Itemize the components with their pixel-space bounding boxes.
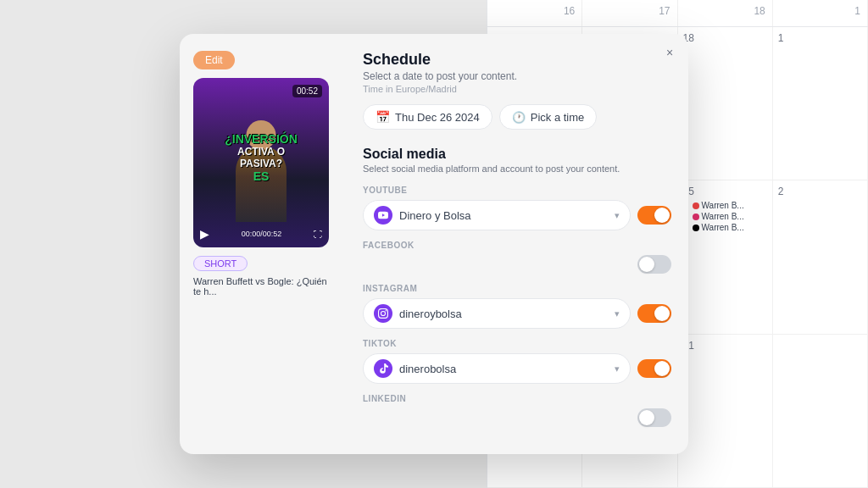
- date-button-label: Thu Dec 26 2024: [395, 111, 480, 124]
- youtube-account-name: Dinero y Bolsa: [399, 209, 608, 222]
- instagram-row: dineroybolsa ▾: [363, 298, 671, 329]
- schedule-subtitle: Select a date to post your content.: [363, 70, 671, 82]
- instagram-account-name: dineroybolsa: [399, 308, 608, 320]
- toggle-knob: [654, 361, 670, 376]
- page-wrapper: 16 17 18 1 16 17 18 1 23 ⠿: [0, 0, 868, 488]
- cal-event: ⠿ Warren B...: [683, 201, 767, 210]
- linkedin-toggle[interactable]: [637, 408, 671, 427]
- tiktok-row: dinerobolsa ▾: [363, 353, 671, 384]
- social-media-subtitle: Select social media platform and account…: [363, 164, 671, 174]
- cal-header-16: 16: [487, 0, 582, 26]
- facebook-toggle[interactable]: [637, 255, 671, 274]
- schedule-title: Schedule: [363, 51, 671, 69]
- platform-section-facebook: FACEBOOK: [363, 241, 671, 274]
- chevron-down-icon: ▾: [615, 363, 620, 374]
- instagram-account-icon: [374, 304, 392, 323]
- cal-event: ⠿ Warren B...: [683, 223, 767, 232]
- short-badge: SHORT: [193, 256, 248, 271]
- close-button[interactable]: ×: [661, 44, 678, 61]
- tiktok-label: TIKTOK: [363, 339, 671, 348]
- expand-icon[interactable]: ⛶: [314, 230, 322, 239]
- event-dot: [693, 225, 699, 231]
- youtube-account-icon: [374, 206, 392, 225]
- youtube-account-select[interactable]: Dinero y Bolsa ▾: [363, 200, 631, 230]
- cal-event: ⠿ Warren B...: [683, 212, 767, 221]
- instagram-account-select[interactable]: dineroybolsa ▾: [363, 298, 631, 329]
- calendar-header: 16 17 18 1: [487, 0, 868, 27]
- youtube-row: Dinero y Bolsa ▾: [363, 200, 671, 230]
- cal-cell-01: 01: [678, 335, 773, 488]
- linkedin-label: LINKEDIN: [363, 394, 671, 403]
- schedule-modal: × Edit 00:52 ¿INVERSIÓN ACTIVA O PASIVA?…: [180, 34, 688, 454]
- tiktok-account-name: dinerobolsa: [399, 363, 608, 375]
- calendar-icon: 📅: [376, 110, 390, 124]
- cal-cell-r1-4: 1: [773, 27, 868, 180]
- toggle-knob: [654, 208, 670, 223]
- left-panel: Edit 00:52 ¿INVERSIÓN ACTIVA O PASIVA? E…: [180, 34, 349, 454]
- chevron-down-icon: ▾: [615, 308, 620, 319]
- video-preview: 00:52 ¿INVERSIÓN ACTIVA O PASIVA? ES ▶ 0…: [193, 78, 329, 247]
- toggle-knob: [639, 410, 654, 425]
- date-time-row: 📅 Thu Dec 26 2024 🕐 Pick a time: [363, 104, 671, 130]
- cal-cell-25: 25 ⠿ Warren B... ⠿ Warren B... ⠿ Warren …: [678, 180, 773, 334]
- platform-section-instagram: INSTAGRAM dineroybolsa ▾: [363, 284, 671, 329]
- video-time-display: 00:00/00:52: [242, 230, 282, 238]
- video-controls: ▶ 00:00/00:52 ⛶: [193, 227, 329, 241]
- cal-cell-empty: [773, 335, 868, 488]
- clock-icon: 🕐: [512, 111, 526, 124]
- platform-section-youtube: YOUTUBE Dinero y Bolsa ▾: [363, 186, 671, 230]
- platform-section-tiktok: TIKTOK dinerobolsa ▾: [363, 339, 671, 384]
- event-dot: [693, 214, 699, 220]
- chevron-down-icon: ▾: [615, 210, 620, 221]
- instagram-label: INSTAGRAM: [363, 284, 671, 293]
- toggle-knob: [654, 306, 670, 321]
- edit-button[interactable]: Edit: [193, 51, 235, 69]
- instagram-toggle[interactable]: [637, 304, 671, 323]
- tiktok-account-select[interactable]: dinerobolsa ▾: [363, 353, 631, 384]
- date-picker-button[interactable]: 📅 Thu Dec 26 2024: [363, 104, 492, 130]
- right-panel: Schedule Select a date to post your cont…: [349, 34, 688, 454]
- timezone-label: Time in Europe/Madrid: [363, 84, 671, 94]
- cal-header-18: 18: [678, 0, 773, 26]
- play-icon[interactable]: ▶: [200, 227, 209, 241]
- time-picker-button[interactable]: 🕐 Pick a time: [499, 104, 598, 130]
- facebook-row: [363, 255, 671, 274]
- cal-header-17: 17: [582, 0, 677, 26]
- event-dot: [693, 202, 699, 209]
- social-media-title: Social media: [363, 147, 671, 162]
- cal-cell-18: 18: [678, 27, 773, 180]
- cal-header-1: 1: [773, 0, 868, 26]
- tiktok-account-icon: [374, 359, 392, 378]
- platform-section-linkedin: LINKEDIN: [363, 394, 671, 427]
- video-timestamp: 00:52: [292, 85, 322, 97]
- video-text: ¿INVERSIÓN ACTIVA O PASIVA? ES: [225, 132, 298, 183]
- tiktok-toggle[interactable]: [637, 359, 671, 378]
- cal-cell-r2-4: 2: [773, 180, 868, 334]
- facebook-label: FACEBOOK: [363, 241, 671, 250]
- video-title: Warren Buffett vs Bogle: ¿Quién te h...: [193, 276, 329, 297]
- youtube-label: YOUTUBE: [363, 186, 671, 195]
- time-button-label: Pick a time: [531, 111, 585, 124]
- youtube-toggle[interactable]: [637, 206, 671, 225]
- toggle-knob: [639, 257, 654, 272]
- linkedin-row: [363, 408, 671, 427]
